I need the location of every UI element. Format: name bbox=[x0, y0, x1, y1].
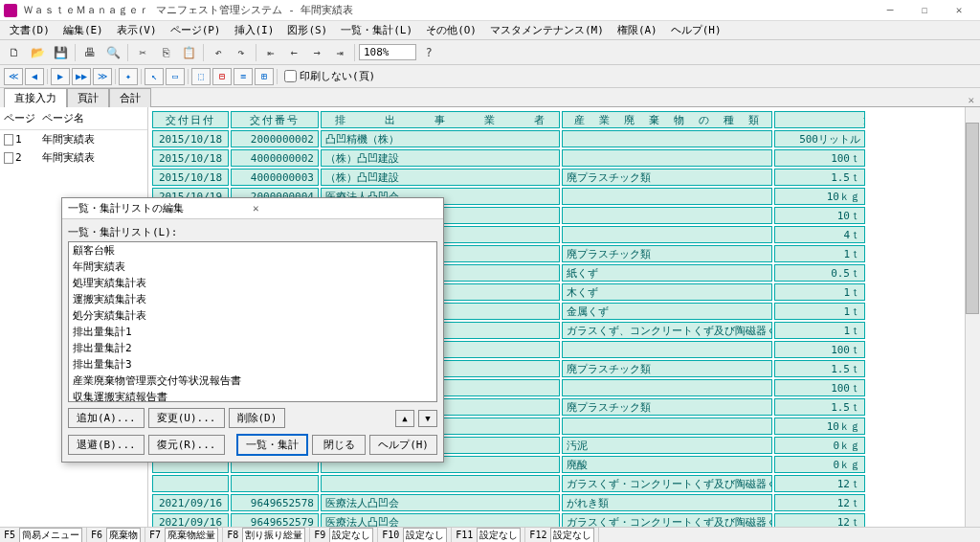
menu-item[interactable]: ページ(P) bbox=[165, 21, 227, 39]
menu-item[interactable]: 図形(S) bbox=[281, 21, 333, 39]
cell[interactable]: 100ｔ bbox=[774, 341, 865, 358]
cell[interactable]: 12ｔ bbox=[774, 494, 865, 511]
list-item[interactable]: 排出量集計3 bbox=[69, 356, 436, 373]
cell[interactable]: 2021/09/16 bbox=[152, 494, 229, 511]
cell[interactable] bbox=[562, 226, 772, 243]
nav-play-icon[interactable]: ▶ bbox=[51, 68, 70, 85]
nav-first-icon[interactable]: ≪ bbox=[4, 68, 23, 85]
cell[interactable]: 10ｋｇ bbox=[774, 188, 865, 205]
cell[interactable]: 4000000002 bbox=[231, 149, 319, 167]
page-row[interactable]: 1 年間実績表 bbox=[0, 130, 147, 148]
menu-item[interactable]: 編集(E) bbox=[57, 21, 109, 39]
cell[interactable]: 10ｋｇ bbox=[774, 418, 865, 435]
select-icon[interactable]: ▭ bbox=[166, 68, 185, 85]
fkey-F7[interactable]: F7廃棄物総量 bbox=[145, 528, 223, 543]
cell[interactable]: 9649652578 bbox=[231, 494, 319, 511]
cell[interactable]: 2021/09/16 bbox=[152, 513, 229, 527]
cell[interactable] bbox=[562, 379, 772, 396]
cell[interactable] bbox=[562, 130, 772, 147]
last-icon[interactable]: ⇥ bbox=[329, 43, 350, 62]
menu-item[interactable]: 表示(V) bbox=[111, 21, 163, 39]
new-icon[interactable]: 🗋 bbox=[4, 43, 25, 62]
tool-d-icon[interactable]: ⊞ bbox=[255, 68, 274, 85]
cell[interactable]: 9649652579 bbox=[231, 513, 319, 527]
cell[interactable]: 2015/10/18 bbox=[152, 149, 229, 167]
menu-item[interactable]: 権限(A) bbox=[612, 21, 663, 39]
cell[interactable]: 1ｔ bbox=[774, 322, 865, 339]
help-icon[interactable]: ? bbox=[418, 43, 439, 62]
nav-prev-icon[interactable]: ◀ bbox=[25, 68, 44, 85]
cell[interactable]: 廃プラスチック類 bbox=[562, 398, 772, 416]
cell[interactable]: 廃プラスチック類 bbox=[562, 360, 772, 377]
cell[interactable]: 2015/10/18 bbox=[152, 169, 229, 186]
cell[interactable] bbox=[152, 475, 229, 492]
list-item[interactable]: 排出量集計2 bbox=[69, 340, 436, 356]
cut-icon[interactable]: ✂ bbox=[132, 43, 153, 62]
fkey-F8[interactable]: F8割り振り総量 bbox=[223, 528, 310, 543]
move-up-button[interactable]: ▲ bbox=[395, 410, 414, 427]
list-item[interactable]: 産業廃棄物管理票交付等状況報告書 bbox=[69, 373, 436, 389]
open-icon[interactable]: 📂 bbox=[27, 43, 48, 62]
cell[interactable]: 1ｔ bbox=[774, 245, 865, 262]
prev-icon[interactable]: ← bbox=[283, 43, 304, 62]
no-print-checkbox[interactable]: 印刷しない(頁) bbox=[284, 69, 375, 83]
delete-button[interactable]: 削除(D) bbox=[229, 408, 286, 428]
move-down-button[interactable]: ▼ bbox=[418, 410, 437, 427]
maximize-button[interactable]: ☐ bbox=[907, 1, 942, 20]
redo-icon[interactable]: ↷ bbox=[231, 43, 252, 62]
cell[interactable] bbox=[562, 418, 772, 435]
cell[interactable]: 金属くず bbox=[562, 303, 772, 320]
nav-last-icon[interactable]: ≫ bbox=[93, 68, 112, 85]
fkey-F6[interactable]: F6廃棄物 bbox=[87, 528, 145, 543]
menu-item[interactable]: マスタメンテナンス(M) bbox=[484, 21, 610, 39]
menu-item[interactable]: 一覧・集計(L) bbox=[335, 21, 418, 39]
cell[interactable]: 12ｔ bbox=[774, 475, 865, 492]
page-row[interactable]: 2 年間実績表 bbox=[0, 148, 147, 167]
cell[interactable]: ガラスくず・コンクリートくず及び陶磁器くず bbox=[562, 513, 772, 527]
list-item[interactable]: 処分実績集計表 bbox=[69, 307, 436, 324]
change-button[interactable]: 変更(U)... bbox=[148, 408, 225, 428]
cell[interactable]: 0ｋｇ bbox=[774, 437, 865, 454]
cell[interactable]: ガラスくず、コンクリートくず及び陶磁器くず bbox=[562, 322, 772, 339]
cell[interactable] bbox=[321, 475, 560, 492]
cell[interactable]: ガラスくず・コンクリートくず及び陶磁器くず bbox=[562, 475, 772, 492]
nav-fwd-icon[interactable]: ▶▶ bbox=[72, 68, 91, 85]
list-item[interactable]: 収集運搬実績報告書 bbox=[69, 389, 436, 402]
fkey-F11[interactable]: F11設定なし bbox=[452, 528, 525, 543]
close-button[interactable]: ✕ bbox=[942, 1, 976, 20]
list-item[interactable]: 顧客台帳 bbox=[69, 242, 436, 259]
print-icon[interactable]: 🖶 bbox=[79, 43, 100, 62]
cell[interactable]: 廃酸 bbox=[562, 456, 772, 473]
menu-item[interactable]: その他(O) bbox=[420, 21, 482, 39]
next-icon[interactable]: → bbox=[306, 43, 327, 62]
cell[interactable]: 廃プラスチック類 bbox=[562, 245, 772, 262]
tab-grand-total[interactable]: 合計 bbox=[109, 88, 151, 107]
tool-b-icon[interactable]: ⊟ bbox=[212, 68, 232, 85]
cell[interactable]: 医療法人凸凹会 bbox=[321, 494, 560, 511]
cell[interactable]: （株）凸凹建設 bbox=[321, 149, 560, 167]
cell[interactable]: 4ｔ bbox=[774, 226, 865, 243]
menu-item[interactable]: ヘルプ(H) bbox=[665, 21, 727, 39]
fkey-F10[interactable]: F10設定なし bbox=[378, 528, 452, 543]
tab-close-icon[interactable]: ✕ bbox=[962, 94, 980, 107]
cell[interactable]: 4000000003 bbox=[231, 169, 319, 186]
cell[interactable]: 12ｔ bbox=[774, 513, 865, 527]
zoom-combo[interactable]: 108% bbox=[359, 44, 416, 60]
cell[interactable]: 汚泥 bbox=[562, 437, 772, 454]
cell[interactable]: 凸凹精機（株） bbox=[321, 130, 560, 147]
back-button[interactable]: 退避(B)... bbox=[68, 435, 145, 455]
add-button[interactable]: 追加(A)... bbox=[68, 408, 145, 428]
cell[interactable]: がれき類 bbox=[562, 494, 772, 511]
fkey-F5[interactable]: F5簡易メニュー bbox=[0, 528, 87, 543]
cell[interactable]: 0ｋｇ bbox=[774, 456, 865, 473]
preview-icon[interactable]: 🔍 bbox=[102, 43, 123, 62]
fkey-F12[interactable]: F12設定なし bbox=[525, 528, 599, 543]
menu-item[interactable]: 挿入(I) bbox=[229, 21, 280, 39]
save-icon[interactable]: 💾 bbox=[50, 43, 71, 62]
cell[interactable]: 1.5ｔ bbox=[774, 169, 865, 186]
copy-icon[interactable]: ⎘ bbox=[155, 43, 176, 62]
restore-button[interactable]: 復元(R)... bbox=[148, 435, 225, 455]
undo-icon[interactable]: ↶ bbox=[208, 43, 229, 62]
cell[interactable]: 1ｔ bbox=[774, 303, 865, 320]
tab-direct[interactable]: 直接入力 bbox=[4, 88, 67, 107]
